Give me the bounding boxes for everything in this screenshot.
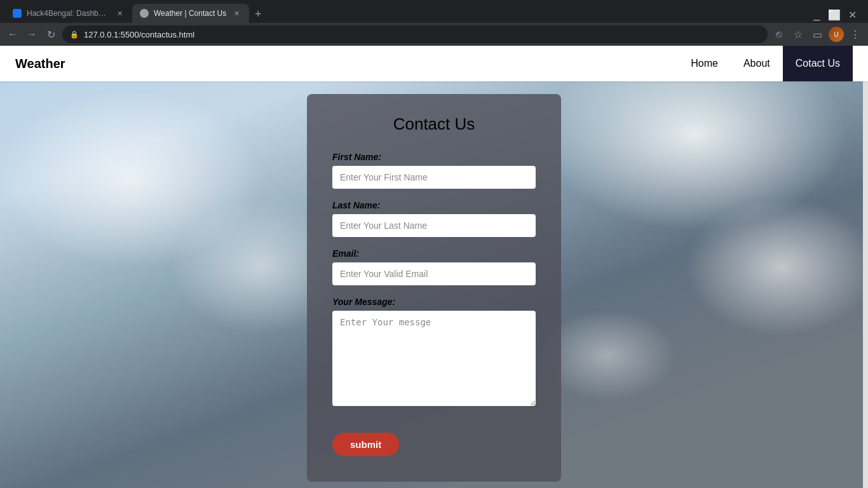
submit-button[interactable]: submit (332, 433, 399, 456)
nav-about[interactable]: About (731, 46, 783, 81)
website-content: Weather Home About Cotact Us Contact Us … (0, 46, 868, 488)
url-text: 127.0.0.1:5500/contactus.html (84, 30, 194, 39)
split-screen-icon[interactable]: ▭ (810, 27, 825, 42)
tab-weather-contact[interactable]: Weather | Contact Us ✕ (132, 4, 249, 23)
navbar-brand: Weather (15, 57, 678, 71)
contact-card: Contact Us First Name: Last Name: Email:… (307, 94, 561, 482)
tab-favicon-1 (13, 9, 22, 18)
email-label: Email: (332, 248, 536, 259)
back-button[interactable]: ← (5, 27, 20, 42)
minimize-button[interactable]: ⎯ (812, 7, 822, 23)
tab-title-1: Hack4Bengal: Dashboard | Devfo... (27, 9, 109, 18)
reload-button[interactable]: ↻ (43, 27, 58, 42)
share-icon[interactable]: ⎋ (771, 27, 787, 42)
message-group: Your Message: (332, 297, 536, 409)
bookmark-icon[interactable]: ☆ (790, 27, 806, 42)
last-name-label: Last Name: (332, 200, 536, 210)
tab-favicon-2 (140, 9, 149, 18)
first-name-input[interactable] (332, 166, 536, 189)
maximize-button[interactable]: ⬜ (827, 8, 842, 22)
profile-avatar[interactable]: U (829, 27, 844, 42)
address-bar[interactable]: 🔒 127.0.0.1:5500/contactus.html (62, 25, 768, 43)
message-label: Your Message: (332, 297, 536, 307)
last-name-input[interactable] (332, 214, 536, 237)
navbar: Weather Home About Cotact Us (0, 46, 868, 81)
menu-icon[interactable]: ⋮ (848, 27, 863, 42)
email-group: Email: (332, 248, 536, 285)
tab-close-2[interactable]: ✕ (231, 8, 241, 18)
forward-button[interactable]: → (24, 27, 39, 42)
tab-title-2: Weather | Contact Us (154, 9, 226, 18)
new-tab-button[interactable]: + (249, 5, 267, 23)
close-button[interactable]: ✕ (847, 8, 858, 22)
last-name-group: Last Name: (332, 200, 536, 237)
contact-title: Contact Us (332, 114, 536, 134)
page-content: Contact Us First Name: Last Name: Email:… (0, 81, 868, 488)
message-textarea[interactable] (332, 311, 536, 406)
nav-home[interactable]: Home (678, 46, 731, 81)
nav-contact[interactable]: Cotact Us (783, 46, 853, 81)
email-input[interactable] (332, 262, 536, 285)
tab-close-1[interactable]: ✕ (114, 8, 125, 18)
tab-hack4bengal[interactable]: Hack4Bengal: Dashboard | Devfo... ✕ (5, 4, 132, 23)
navbar-links: Home About Cotact Us (678, 46, 853, 81)
lock-icon: 🔒 (70, 30, 79, 39)
first-name-label: First Name: (332, 152, 536, 162)
first-name-group: First Name: (332, 152, 536, 189)
